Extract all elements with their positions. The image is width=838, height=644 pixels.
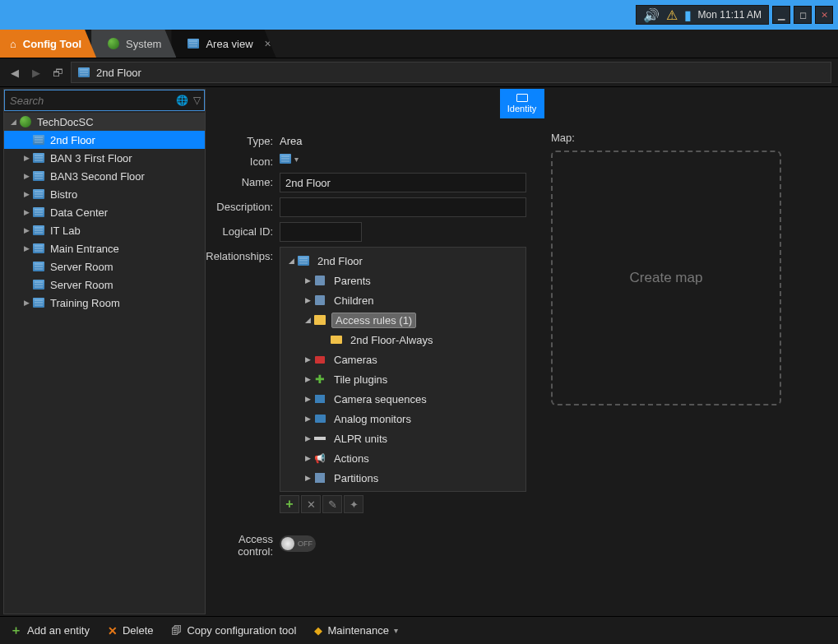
tree-item[interactable]: ▶ Data Center bbox=[4, 203, 205, 221]
row-icon: Icon: ▾ bbox=[206, 152, 526, 168]
logical-id-input[interactable] bbox=[280, 222, 362, 242]
close-window-button[interactable]: ⨯ bbox=[815, 6, 833, 24]
tree-item[interactable]: ▶ Main Entrance bbox=[4, 239, 205, 257]
delete-button[interactable]: ✕ Delete bbox=[108, 624, 154, 637]
building-icon bbox=[33, 153, 44, 163]
tree-item[interactable]: Server Room bbox=[4, 276, 205, 294]
expander-icon[interactable]: ◢ bbox=[302, 316, 313, 324]
navigation-row: ◀ ▶ 🗗 2nd Floor bbox=[0, 58, 838, 87]
tree-item[interactable]: ▶ Bistro bbox=[4, 185, 205, 203]
rel-parents[interactable]: ▶ Parents bbox=[280, 271, 525, 290]
expander-icon[interactable]: ▶ bbox=[302, 355, 313, 364]
expander-icon[interactable]: ▶ bbox=[302, 276, 313, 285]
rel-label: Children bbox=[331, 294, 376, 308]
nav-refresh-icon[interactable]: 🗗 bbox=[49, 67, 66, 79]
volume-icon[interactable]: 🔊 bbox=[643, 7, 660, 23]
rel-access-rules[interactable]: ◢ Access rules (1) bbox=[280, 310, 525, 330]
delete-label: Delete bbox=[123, 624, 154, 637]
tree-item-2nd-floor[interactable]: 2nd Floor bbox=[4, 131, 205, 149]
add-entity-button[interactable]: ＋ Add an entity bbox=[10, 623, 90, 638]
expander-icon[interactable]: ▶ bbox=[21, 226, 32, 234]
copy-config-button[interactable]: 🗐 Copy configuration tool bbox=[171, 624, 296, 637]
expander-icon[interactable]: ◢ bbox=[7, 118, 19, 126]
app-window: 🔊 ⚠ ▮ Mon 11:11 AM ▁ ◻ ⨯ ⌂ Config Tool S… bbox=[0, 0, 838, 644]
os-bar: 🔊 ⚠ ▮ Mon 11:11 AM ▁ ◻ ⨯ bbox=[0, 0, 838, 30]
filter-icon[interactable]: ▽ bbox=[189, 95, 204, 106]
sequence-icon bbox=[315, 395, 325, 403]
maintenance-button[interactable]: ◆ Maintenance ▾ bbox=[314, 624, 397, 637]
rel-analog-monitors[interactable]: ▶ Analog monitors bbox=[280, 409, 525, 429]
expander-icon[interactable]: ▶ bbox=[21, 190, 32, 198]
home-icon: ⌂ bbox=[10, 38, 16, 50]
rel-alpr[interactable]: ▶ ALPR units bbox=[280, 429, 525, 448]
icon-picker[interactable]: ▾ bbox=[280, 152, 299, 164]
close-tab-icon[interactable]: ✕ bbox=[264, 39, 271, 49]
tree-root[interactable]: ◢ TechDocSC bbox=[4, 113, 205, 131]
rel-label: Analog monitors bbox=[331, 412, 414, 426]
copy-label: Copy configuration tool bbox=[187, 624, 296, 637]
tree-item[interactable]: ▶ BAN3 Second Floor bbox=[4, 167, 205, 185]
globe-search-icon[interactable]: 🌐 bbox=[174, 95, 189, 106]
add-relationship-button[interactable]: + bbox=[280, 495, 299, 513]
rel-tile-plugins[interactable]: ▶ ✚ Tile plugins bbox=[280, 369, 525, 389]
expander-icon[interactable]: ▶ bbox=[21, 172, 32, 180]
chevron-down-icon: ▾ bbox=[294, 155, 299, 164]
rel-root-label: 2nd Floor bbox=[315, 254, 365, 268]
tree-item[interactable]: Server Room bbox=[4, 257, 205, 276]
description-input[interactable] bbox=[280, 197, 526, 217]
toggle-knob bbox=[281, 537, 294, 550]
tools-relationship-button[interactable]: ✦ bbox=[344, 495, 363, 513]
relationships-tree: ◢ 2nd Floor ▶ Parents bbox=[280, 247, 526, 492]
content-area: Identity Type: Area Icon: ▾ bbox=[206, 87, 838, 616]
expander-icon[interactable]: ▶ bbox=[302, 434, 313, 442]
expander-icon[interactable]: ▶ bbox=[302, 375, 313, 383]
tree-item[interactable]: ▶ BAN 3 First Floor bbox=[4, 149, 205, 167]
expander-icon[interactable]: ▶ bbox=[302, 474, 313, 482]
access-control-toggle[interactable]: OFF bbox=[280, 535, 316, 552]
tab-system[interactable]: System bbox=[91, 30, 176, 58]
rel-partitions[interactable]: ▶ Partitions bbox=[280, 468, 525, 488]
access-rules-icon bbox=[314, 315, 326, 325]
breadcrumb-current: 2nd Floor bbox=[96, 67, 141, 79]
expander-icon[interactable]: ▶ bbox=[302, 454, 313, 462]
nav-back-button[interactable]: ◀ bbox=[7, 67, 23, 79]
maintenance-icon: ◆ bbox=[314, 624, 322, 637]
minimize-button[interactable]: ▁ bbox=[772, 6, 790, 24]
rel-actions[interactable]: ▶ 📢 Actions bbox=[280, 448, 525, 468]
expander-icon[interactable]: ▶ bbox=[21, 154, 32, 162]
name-input[interactable] bbox=[280, 173, 526, 192]
chevron-down-icon: ▾ bbox=[394, 626, 398, 635]
create-map-dropzone[interactable]: Create map bbox=[551, 151, 781, 405]
expander-icon[interactable]: ◢ bbox=[285, 257, 297, 265]
edit-relationship-button[interactable]: ✎ bbox=[322, 495, 342, 513]
rel-children[interactable]: ▶ Children bbox=[280, 290, 525, 310]
tab-area-view[interactable]: Area view ✕ bbox=[171, 30, 275, 58]
tab-identity[interactable]: Identity bbox=[500, 89, 544, 118]
rel-access-child[interactable]: 2nd Floor-Always bbox=[280, 330, 525, 350]
warning-icon[interactable]: ⚠ bbox=[666, 7, 678, 23]
row-logical-id: Logical ID: bbox=[206, 222, 526, 242]
battery-icon[interactable]: ▮ bbox=[684, 7, 692, 23]
breadcrumb[interactable]: 2nd Floor bbox=[71, 62, 831, 83]
nav-forward-button[interactable]: ▶ bbox=[28, 67, 44, 79]
rel-camera-seq[interactable]: ▶ Camera sequences bbox=[280, 389, 525, 409]
tab-config-tool[interactable]: ⌂ Config Tool bbox=[0, 30, 96, 58]
expander-icon[interactable]: ▶ bbox=[21, 244, 32, 253]
maximize-button[interactable]: ◻ bbox=[794, 6, 812, 24]
remove-relationship-button[interactable]: ✕ bbox=[301, 495, 321, 513]
identity-form: Type: Area Icon: ▾ Name: bbox=[206, 118, 838, 616]
rel-root[interactable]: ◢ 2nd Floor bbox=[280, 251, 525, 271]
building-icon bbox=[33, 243, 44, 253]
expander-icon[interactable]: ▶ bbox=[21, 208, 32, 216]
desc-label: Description: bbox=[206, 197, 280, 213]
tree-item[interactable]: ▶ Training Room bbox=[4, 294, 205, 312]
main-body: 🌐 ▽ ◢ TechDocSC 2nd Floor ▶ BAN 3 Firs bbox=[0, 87, 838, 616]
tree-item[interactable]: ▶ IT Lab bbox=[4, 221, 205, 239]
expander-icon[interactable]: ▶ bbox=[302, 296, 313, 304]
rel-cameras[interactable]: ▶ Cameras bbox=[280, 350, 525, 369]
expander-icon[interactable]: ▶ bbox=[302, 395, 313, 403]
search-input[interactable] bbox=[5, 95, 174, 107]
monitor-icon bbox=[315, 415, 326, 423]
expander-icon[interactable]: ▶ bbox=[302, 415, 313, 423]
expander-icon[interactable]: ▶ bbox=[21, 299, 32, 307]
